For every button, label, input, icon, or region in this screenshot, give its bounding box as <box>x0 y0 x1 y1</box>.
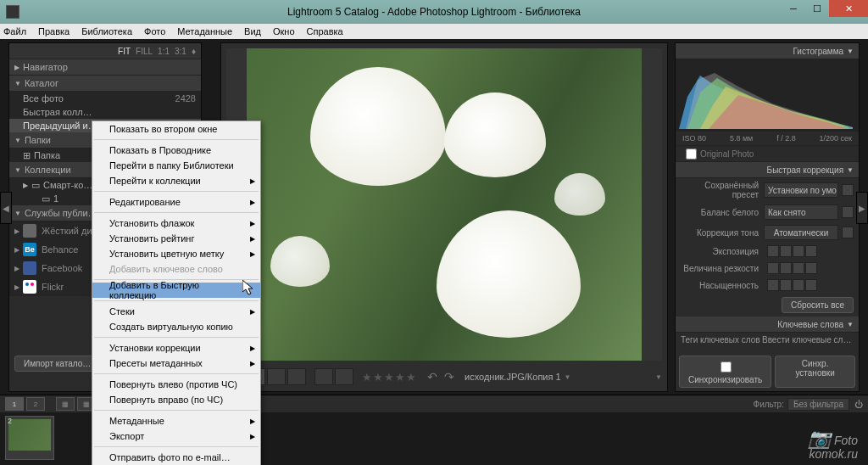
collection-label: 1 <box>53 193 58 204</box>
toolbar-menu-icon[interactable]: ▼ <box>655 373 662 381</box>
quick-develop-header[interactable]: Быстрая коррекция▼ <box>676 162 859 178</box>
menu-edit[interactable]: Правка <box>38 26 70 36</box>
menu-separator <box>94 373 259 374</box>
title-bar: Lightroom 5 Catalog - Adobe Photoshop Li… <box>0 0 868 24</box>
context-to_coll[interactable]: Перейти к коллекции▶ <box>92 173 260 188</box>
context-corr[interactable]: Установки коррекции▶ <box>92 340 260 356</box>
image-viewer[interactable] <box>226 48 662 361</box>
inc-big-button[interactable] <box>805 245 817 257</box>
histogram-header[interactable]: Гистограмма▼ <box>676 43 859 59</box>
catalog-header[interactable]: ▼Каталог <box>9 76 201 92</box>
facebook-icon <box>23 261 36 275</box>
close-button[interactable]: ✕ <box>829 0 868 17</box>
menu-window[interactable]: Окно <box>273 26 295 36</box>
context-lib_folder[interactable]: Перейти в папку Библиотеки <box>92 158 260 173</box>
context-explorer[interactable]: Показать в Проводнике <box>92 143 260 158</box>
grid-icon[interactable]: ▦ <box>56 397 75 411</box>
sync-checkbox-button[interactable]: Синхронизировать <box>679 356 771 388</box>
context-vcopy[interactable]: Создать виртуальную копию <box>92 319 260 334</box>
context-rating[interactable]: Установить рейтинг▶ <box>92 231 260 246</box>
sync-checkbox[interactable] <box>721 361 732 373</box>
tone-auto-button[interactable]: Атоматически <box>764 225 838 240</box>
menu-file[interactable]: Файл <box>3 26 26 36</box>
triangle-down-icon: ▼ <box>14 166 21 174</box>
filter-dropdown[interactable]: Без фильтра <box>787 398 849 411</box>
triangle-right-icon: ▶ <box>14 64 19 71</box>
original-photo-checkbox[interactable] <box>686 148 697 160</box>
view-1-button[interactable]: 1 <box>5 397 24 411</box>
dec-big-button[interactable] <box>767 245 779 257</box>
inc-button[interactable] <box>793 262 804 274</box>
context-color[interactable]: Установить цветную метку▶ <box>92 246 260 261</box>
inc-big-button[interactable] <box>805 279 817 291</box>
reset-all-button[interactable]: Сбросить все <box>782 297 854 313</box>
context-rotr[interactable]: Повернуть вправо (по ЧС) <box>92 392 260 407</box>
rotate-left-icon[interactable]: ↶ <box>427 370 437 384</box>
saturation-label: Насыщенность <box>681 281 764 290</box>
context-edit[interactable]: Редактирование▶ <box>92 194 260 210</box>
histogram[interactable] <box>676 59 859 132</box>
context-rotl[interactable]: Повернуть влево (против ЧС) <box>92 377 260 392</box>
menu-library[interactable]: Библиотека <box>81 26 132 36</box>
dec-big-button[interactable] <box>767 262 779 274</box>
filter-switch-icon[interactable]: ⏻ <box>854 400 863 409</box>
context-addquick[interactable]: Добавить в Быструю коллекцию <box>92 283 260 298</box>
rotate-right-icon[interactable]: ↷ <box>444 370 454 384</box>
wb-dropdown[interactable]: Как снято <box>764 204 838 220</box>
zoom-3-1[interactable]: 3:1 <box>175 47 186 56</box>
histogram-meta: ISO 80 5.8 мм f / 2.8 1/200 сек <box>676 132 859 146</box>
zoom-fill[interactable]: FILL <box>136 47 153 56</box>
maximize-button[interactable]: ☐ <box>805 0 829 17</box>
zoom-1-1[interactable]: 1:1 <box>158 47 170 56</box>
context-show_second[interactable]: Показать во втором окне <box>92 121 260 137</box>
left-edge-handle[interactable]: ◀ <box>0 192 12 224</box>
context-metapresets[interactable]: Пресеты метаданных▶ <box>92 356 260 371</box>
shutter-value: 1/200 сек <box>820 134 852 143</box>
dec-button[interactable] <box>780 245 792 257</box>
catalog-quick-collection[interactable]: Быстрая колл… <box>9 105 201 119</box>
import-catalog-button[interactable]: Импорт катало… <box>14 356 100 372</box>
keywords-header[interactable]: Ключевые слова▼ <box>676 317 859 333</box>
inc-button[interactable] <box>793 279 804 291</box>
inc-button[interactable] <box>793 245 804 257</box>
expand-button[interactable] <box>842 227 854 238</box>
submenu-arrow-icon: ▶ <box>250 250 255 258</box>
survey-view-button[interactable] <box>287 368 306 385</box>
context-email[interactable]: Отправить фото по e-mail… <box>92 450 260 465</box>
menu-metadata[interactable]: Метаданные <box>177 26 232 36</box>
dec-big-button[interactable] <box>767 279 779 291</box>
right-edge-handle[interactable]: ▶ <box>856 192 868 224</box>
focal-value: 5.8 мм <box>730 134 753 143</box>
context-flag[interactable]: Установить флажок▶ <box>92 216 260 231</box>
context-export[interactable]: Экспорт▶ <box>92 429 260 444</box>
view-2-button[interactable]: 2 <box>26 397 45 411</box>
menu-view[interactable]: Вид <box>244 26 261 36</box>
submenu-arrow-icon: ▶ <box>250 433 255 440</box>
compare-view-button[interactable] <box>267 368 286 385</box>
flag-reject-button[interactable] <box>335 368 353 385</box>
zoom-menu-icon[interactable]: ♦ <box>192 47 196 56</box>
minimize-button[interactable]: ─ <box>782 0 805 17</box>
submenu-arrow-icon: ▶ <box>250 308 255 316</box>
expand-button[interactable] <box>842 206 854 218</box>
keyword-tags-dropdown[interactable]: Ввести ключевые сл… <box>762 335 851 345</box>
sync-settings-button[interactable]: Синхр. установки <box>775 356 855 388</box>
chevron-down-icon[interactable]: ▼ <box>565 373 571 381</box>
inc-big-button[interactable] <box>805 262 817 274</box>
dec-button[interactable] <box>780 279 792 291</box>
catalog-all-photos[interactable]: Все фото2428 <box>9 92 201 105</box>
context-stacks[interactable]: Стеки▶ <box>92 304 260 319</box>
flag-pick-button[interactable] <box>314 368 333 385</box>
navigator-header[interactable]: ▶Навигатор <box>9 59 201 76</box>
expand-button[interactable] <box>842 184 854 196</box>
context-meta[interactable]: Метаданные▶ <box>92 413 260 429</box>
stack-count: 2 <box>8 417 12 425</box>
preset-dropdown[interactable]: Установки по умо… <box>764 182 838 198</box>
thumbnail[interactable]: 2 <box>5 416 54 460</box>
rating-stars[interactable]: ★★★★★ <box>362 371 417 384</box>
aperture-value: f / 2.8 <box>776 134 796 143</box>
dec-button[interactable] <box>780 262 792 274</box>
menu-help[interactable]: Справка <box>307 26 343 36</box>
zoom-fit[interactable]: FIT <box>118 47 131 56</box>
menu-photo[interactable]: Фото <box>144 26 165 36</box>
